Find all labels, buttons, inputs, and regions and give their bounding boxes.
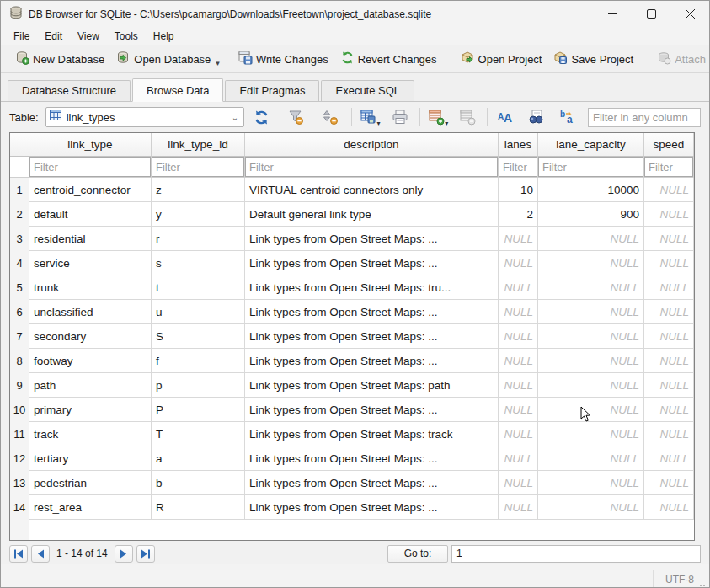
menu-edit[interactable]: Edit <box>37 29 70 44</box>
cell-description[interactable]: Link types from Open Street Maps: ... <box>245 446 499 471</box>
tab-edit-pragmas[interactable]: Edit Pragmas <box>225 80 319 101</box>
row-number[interactable]: 7 <box>10 324 29 349</box>
filter-input-link_type_id[interactable] <box>152 157 244 177</box>
clear-filters-button[interactable] <box>287 108 305 126</box>
cell-speed[interactable]: NULL <box>644 227 694 251</box>
cell-link_type_id[interactable]: r <box>152 227 245 251</box>
cell-description[interactable]: Default general link type <box>245 202 499 227</box>
cell-link_type[interactable]: path <box>29 373 152 398</box>
save-project-button[interactable]: Save Project <box>547 47 639 71</box>
filter-input-lane_capacity[interactable] <box>538 157 643 177</box>
cell-lane_capacity[interactable]: NULL <box>538 349 644 373</box>
cell-lane_capacity[interactable]: NULL <box>538 373 644 398</box>
cell-link_type[interactable]: residential <box>29 227 152 251</box>
cell-lanes[interactable]: NULL <box>499 398 538 422</box>
cell-lanes[interactable]: NULL <box>499 495 538 520</box>
cell-link_type_id[interactable]: t <box>152 275 245 300</box>
next-record-button[interactable] <box>115 545 133 563</box>
menu-tools[interactable]: Tools <box>107 29 146 44</box>
cell-lane_capacity[interactable]: NULL <box>538 446 644 471</box>
cell-link_type_id[interactable]: y <box>152 202 245 227</box>
cell-lanes[interactable]: NULL <box>499 373 538 398</box>
cell-link_type[interactable]: centroid_connector <box>29 178 152 202</box>
cell-description[interactable]: Link types from Open Street Maps: path <box>245 373 499 398</box>
cell-link_type_id[interactable]: s <box>152 251 245 275</box>
cell-link_type[interactable]: tertiary <box>29 446 152 471</box>
refresh-button[interactable] <box>253 108 270 126</box>
open-database-button[interactable]: Open Database ▾ <box>110 47 226 71</box>
cell-description[interactable]: Link types from Open Street Maps: ... <box>245 251 499 275</box>
row-number[interactable]: 5 <box>10 275 29 300</box>
cell-speed[interactable]: NULL <box>644 324 694 349</box>
find-in-cells-button[interactable] <box>527 108 545 126</box>
goto-button[interactable]: Go to: <box>387 545 448 563</box>
cell-speed[interactable]: NULL <box>644 373 694 398</box>
row-number[interactable]: 11 <box>10 422 29 446</box>
cell-link_type_id[interactable]: a <box>152 446 245 471</box>
cell-description[interactable]: Link types from Open Street Maps: ... <box>245 495 499 520</box>
cell-link_type[interactable]: rest_area <box>29 495 152 520</box>
cell-link_type_id[interactable]: p <box>152 373 245 398</box>
row-number[interactable]: 8 <box>10 349 29 373</box>
row-number[interactable]: 9 <box>10 373 29 398</box>
cell-lane_capacity[interactable]: NULL <box>538 495 644 520</box>
previous-record-button[interactable] <box>31 545 50 563</box>
cell-speed[interactable]: NULL <box>644 446 694 471</box>
maximize-button[interactable] <box>632 1 670 27</box>
cell-speed[interactable]: NULL <box>644 398 694 422</box>
menu-help[interactable]: Help <box>146 29 182 44</box>
cell-speed[interactable]: NULL <box>644 251 694 275</box>
cell-speed[interactable]: NULL <box>644 471 694 495</box>
cell-link_type[interactable]: footway <box>29 349 152 373</box>
cell-description[interactable]: Link types from Open Street Maps: ... <box>245 324 499 349</box>
column-header-speed[interactable]: speed <box>644 133 694 157</box>
cell-link_type_id[interactable]: P <box>152 398 245 422</box>
cell-link_type_id[interactable]: R <box>152 495 245 520</box>
cell-link_type_id[interactable]: z <box>152 178 245 202</box>
cell-link_type_id[interactable]: u <box>152 300 245 324</box>
cell-link_type[interactable]: service <box>29 251 152 275</box>
cell-lane_capacity[interactable]: NULL <box>538 275 644 300</box>
cell-link_type[interactable]: unclassified <box>29 300 152 324</box>
cell-speed[interactable]: NULL <box>644 300 694 324</box>
cell-lanes[interactable]: NULL <box>499 275 538 300</box>
cell-link_type[interactable]: trunk <box>29 275 152 300</box>
row-number[interactable]: 3 <box>10 227 29 251</box>
title-bar[interactable]: DB Browser for SQLite - C:\Users\pcamarg… <box>1 1 709 27</box>
row-number[interactable]: 10 <box>10 398 29 422</box>
cell-lane_capacity[interactable]: NULL <box>538 300 644 324</box>
open-database-dropdown-caret[interactable]: ▾ <box>216 59 220 67</box>
cell-speed[interactable]: NULL <box>644 495 694 520</box>
cell-link_type_id[interactable]: b <box>152 471 245 495</box>
goto-record-input[interactable] <box>451 545 701 563</box>
first-record-button[interactable] <box>9 545 28 563</box>
print-button[interactable] <box>392 108 409 126</box>
cell-link_type_id[interactable]: f <box>152 349 245 373</box>
menu-view[interactable]: View <box>70 29 107 44</box>
tab-browse-data[interactable]: Browse Data <box>132 78 223 102</box>
cell-lane_capacity[interactable]: NULL <box>538 227 644 251</box>
cell-link_type_id[interactable]: T <box>152 422 245 446</box>
cell-link_type_id[interactable]: S <box>152 324 245 349</box>
cell-lanes[interactable]: NULL <box>499 227 538 251</box>
grid-corner[interactable] <box>10 133 29 157</box>
column-header-lanes[interactable]: lanes <box>499 133 538 157</box>
close-button[interactable] <box>670 1 709 27</box>
cell-lane_capacity[interactable]: NULL <box>538 422 644 446</box>
filter-input-description[interactable] <box>245 157 498 177</box>
cell-description[interactable]: Link types from Open Street Maps: tru... <box>245 275 499 300</box>
edit-display-format-button[interactable]: A A <box>496 108 514 126</box>
filter-any-column-input[interactable] <box>588 108 701 127</box>
tab-database-structure[interactable]: Database Structure <box>8 80 131 101</box>
cell-lanes[interactable]: 2 <box>499 202 538 227</box>
cell-description[interactable]: Link types from Open Street Maps: ... <box>245 349 499 373</box>
cell-link_type[interactable]: default <box>29 202 152 227</box>
insert-record-button[interactable]: ▾ <box>428 108 446 126</box>
table-selector[interactable]: link_types ⌄ <box>45 107 244 127</box>
cell-description[interactable]: Link types from Open Street Maps: ... <box>245 471 499 495</box>
row-number[interactable]: 6 <box>10 300 29 324</box>
cell-description[interactable]: Link types from Open Street Maps: ... <box>245 398 499 422</box>
column-header-description[interactable]: description <box>245 133 499 157</box>
cell-lanes[interactable]: NULL <box>499 251 538 275</box>
save-table-button[interactable]: ▾ <box>360 108 378 126</box>
